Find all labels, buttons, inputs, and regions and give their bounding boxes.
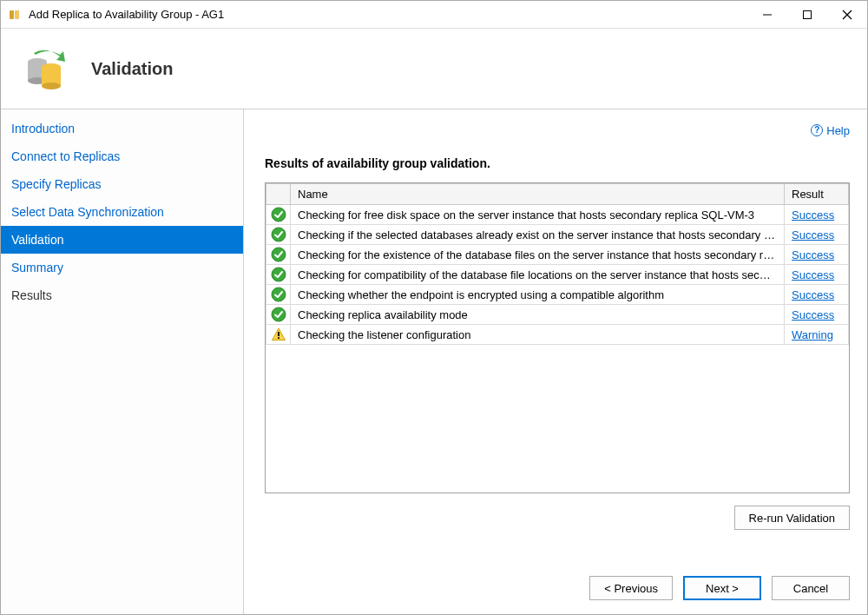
sidebar-item-validation[interactable]: Validation [1,226,243,254]
validation-result-cell: Success [785,305,849,325]
sidebar-item-select-data-synchronization[interactable]: Select Data Synchronization [1,198,243,226]
table-row: Checking for free disk space on the serv… [266,205,849,225]
help-label: Help [826,124,850,137]
svg-rect-3 [804,10,812,18]
result-link[interactable]: Success [792,208,834,222]
table-row: Checking whether the endpoint is encrypt… [266,285,849,305]
sidebar-item-label: Introduction [11,122,75,136]
svg-rect-0 [10,10,14,19]
close-button[interactable] [827,1,867,29]
maximize-button[interactable] [787,1,827,29]
svg-rect-1 [15,10,19,19]
sidebar-item-introduction[interactable]: Introduction [1,115,243,142]
wizard-footer: < Previous Next > Cancel [265,555,850,600]
validation-check-name: Checking the listener configuration [291,325,785,345]
validation-result-cell: Success [785,245,849,265]
titlebar: Add Replica to Availability Group - AG1 [1,1,867,29]
main-panel: ? Help Results of availability group val… [244,109,867,614]
wizard-window: Add Replica to Availability Group - AG1 … [0,0,868,615]
result-link[interactable]: Success [792,248,834,261]
validation-check-name: Checking for the existence of the databa… [291,245,785,265]
validation-icon [22,44,70,93]
cancel-button[interactable]: Cancel [772,576,850,600]
rerun-validation-button[interactable]: Re-run Validation [734,506,850,530]
validation-result-cell: Success [785,205,849,225]
page-title: Validation [91,59,173,79]
sidebar-item-connect-to-replicas[interactable]: Connect to Replicas [1,142,243,170]
success-icon [266,205,291,225]
rerun-row: Re-run Validation [265,506,850,530]
table-row: Checking if the selected databases alrea… [266,225,849,245]
validation-check-name: Checking replica availability mode [291,305,785,325]
sidebar: Introduction Connect to Replicas Specify… [1,109,244,614]
result-link[interactable]: Warning [792,328,833,341]
validation-check-name: Checking for free disk space on the serv… [291,205,785,225]
sidebar-item-summary[interactable]: Summary [1,254,243,281]
column-header-status [266,184,291,205]
validation-check-name: Checking whether the endpoint is encrypt… [291,285,785,305]
minimize-button[interactable] [747,1,787,29]
results-heading: Results of availability group validation… [265,156,850,170]
sidebar-item-specify-replicas[interactable]: Specify Replicas [1,170,243,198]
wizard-body: Introduction Connect to Replicas Specify… [1,109,867,614]
success-icon [266,225,291,245]
validation-check-name: Checking for compatibility of the databa… [291,265,785,285]
validation-check-name: Checking if the selected databases alrea… [291,225,785,245]
column-header-name: Name [291,184,785,205]
help-row: ? Help [265,120,850,141]
sidebar-item-label: Summary [11,261,63,274]
sidebar-item-results: Results [1,281,243,309]
validation-result-cell: Success [785,265,849,285]
sidebar-item-label: Connect to Replicas [11,149,120,163]
table-row: Checking replica availability modeSucces… [266,305,849,325]
validation-result-cell: Warning [785,325,849,345]
success-icon [266,305,291,325]
success-icon [266,245,291,265]
table-row: Checking the listener configurationWarni… [266,325,849,345]
table-row: Checking for the existence of the databa… [266,245,849,265]
sidebar-item-label: Validation [11,233,63,247]
validation-table: Name Result Checking for free disk space… [265,182,850,493]
success-icon [266,265,291,285]
warning-icon [266,325,291,345]
app-icon [8,8,22,22]
table-row: Checking for compatibility of the databa… [266,265,849,285]
validation-result-cell: Success [785,225,849,245]
svg-point-11 [42,83,61,89]
help-link[interactable]: ? Help [811,124,850,137]
success-icon [266,285,291,305]
help-icon: ? [811,124,823,136]
sidebar-item-label: Specify Replicas [11,177,102,191]
window-title: Add Replica to Availability Group - AG1 [29,8,224,21]
result-link[interactable]: Success [792,268,834,281]
validation-result-cell: Success [785,285,849,305]
previous-button[interactable]: < Previous [589,576,673,600]
sidebar-item-label: Results [11,288,52,302]
wizard-header: Validation [1,29,867,109]
result-link[interactable]: Success [792,288,834,301]
result-link[interactable]: Success [792,228,834,241]
sidebar-item-label: Select Data Synchronization [11,205,164,219]
next-button[interactable]: Next > [683,576,761,600]
result-link[interactable]: Success [792,308,834,321]
column-header-result: Result [785,184,849,205]
